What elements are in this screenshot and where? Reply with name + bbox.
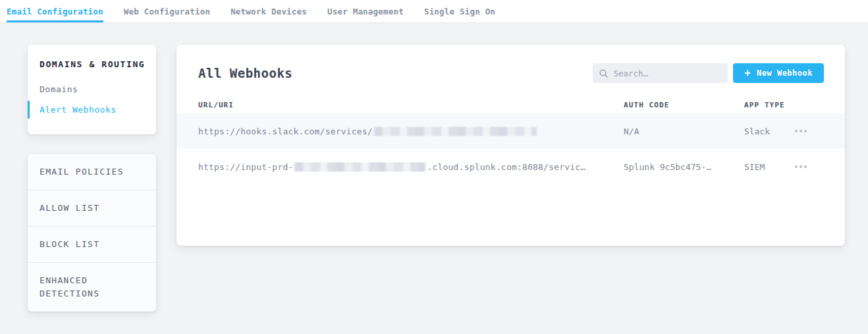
plus-icon: + (744, 69, 751, 78)
auth-code-cell: Splunk 9c5bc475-… (624, 162, 744, 172)
sidebar-sections-card: EMAIL POLICIES ALLOW LIST BLOCK LIST ENH… (28, 154, 156, 312)
app-type-cell: SIEM (744, 162, 795, 172)
page-title: All Webhooks (198, 66, 292, 80)
sidebar-item-email-policies[interactable]: EMAIL POLICIES (28, 154, 156, 190)
top-nav: Email Configuration Web Configuration Ne… (0, 0, 868, 23)
webhook-url-cell: https://hooks.slack.com/services/ (198, 126, 624, 136)
redacted-blur (374, 126, 537, 136)
domains-routing-heading: DOMAINS & ROUTING (28, 59, 156, 69)
sidebar-item-allow-list[interactable]: ALLOW LIST (28, 190, 156, 226)
webhook-url-text: .cloud.splunk.com:8088/servic… (427, 162, 585, 172)
column-header-url: URL/URI (198, 101, 624, 109)
column-header-app-type: APP TYPE (744, 101, 795, 109)
app-type-cell: Slack (744, 126, 795, 136)
table-header: URL/URI AUTH CODE APP TYPE (176, 96, 845, 113)
row-menu-ellipsis-icon[interactable] (795, 165, 809, 168)
webhook-url-cell: https://input-prd- .cloud.splunk.com:808… (198, 162, 624, 172)
sidebar-item-domains[interactable]: Domains (28, 80, 156, 98)
tab-single-sign-on[interactable]: Single Sign On (424, 0, 495, 22)
webhooks-header: All Webhooks + New Webhook (176, 45, 845, 96)
auth-code-cell: N/A (624, 126, 744, 136)
table-row: https://hooks.slack.com/services/ N/A Sl… (176, 113, 845, 149)
page-content: DOMAINS & ROUTING Domains Alert Webhooks… (0, 23, 868, 312)
search-icon (599, 69, 608, 78)
tab-web-configuration[interactable]: Web Configuration (124, 0, 210, 22)
sidebar-item-alert-webhooks[interactable]: Alert Webhooks (28, 101, 156, 119)
domains-routing-card: DOMAINS & ROUTING Domains Alert Webhooks (28, 45, 156, 134)
tab-email-configuration[interactable]: Email Configuration (7, 0, 103, 22)
search-box (593, 63, 728, 83)
sidebar-item-block-list[interactable]: BLOCK LIST (28, 226, 156, 262)
row-menu-ellipsis-icon[interactable] (795, 130, 809, 132)
table-row: https://input-prd- .cloud.splunk.com:808… (176, 149, 845, 184)
tab-user-management[interactable]: User Management (327, 0, 404, 22)
webhooks-panel: All Webhooks + New Webhook URL/URI AUTH … (176, 45, 845, 246)
sidebar: DOMAINS & ROUTING Domains Alert Webhooks… (28, 45, 156, 312)
tab-network-devices[interactable]: Network Devices (231, 0, 307, 22)
redacted-blur (294, 162, 425, 172)
new-webhook-button[interactable]: + New Webhook (733, 63, 824, 83)
column-header-auth-code: AUTH CODE (624, 101, 744, 109)
webhook-url-text: https://input-prd- (198, 162, 293, 172)
sidebar-item-enhanced-detections[interactable]: ENHANCED DETECTIONS (28, 262, 156, 312)
search-input[interactable] (613, 69, 721, 78)
new-webhook-label: New Webhook (757, 69, 813, 78)
webhook-url-text: https://hooks.slack.com/services/ (198, 126, 373, 136)
